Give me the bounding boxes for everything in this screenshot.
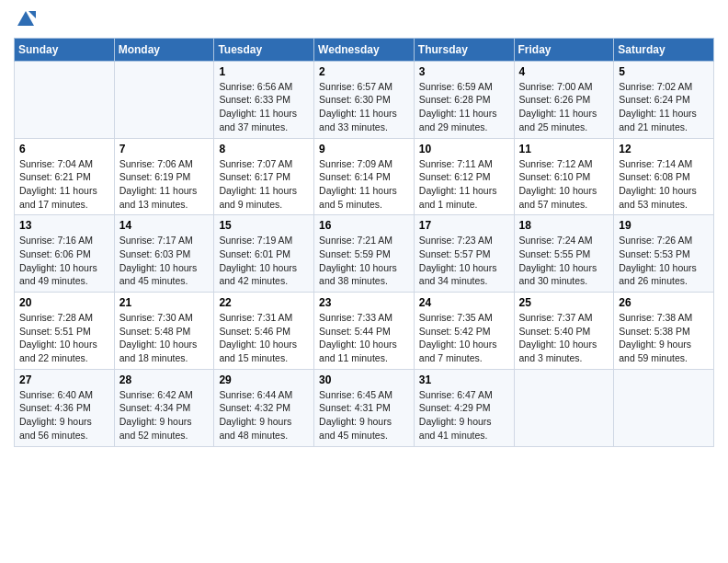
day-number: 26 <box>619 296 709 309</box>
calendar-week-row: 6Sunrise: 7:04 AM Sunset: 6:21 PM Daylig… <box>15 138 714 215</box>
day-number: 2 <box>319 65 409 78</box>
calendar-cell: 30Sunrise: 6:45 AM Sunset: 4:31 PM Dayli… <box>314 369 415 446</box>
day-number: 24 <box>419 296 509 309</box>
day-detail: Sunrise: 7:28 AM Sunset: 5:51 PM Dayligh… <box>19 311 109 365</box>
day-number: 31 <box>419 373 509 386</box>
calendar-cell: 22Sunrise: 7:31 AM Sunset: 5:46 PM Dayli… <box>214 293 314 370</box>
day-of-week-header: Tuesday <box>214 38 314 61</box>
day-number: 4 <box>519 65 609 78</box>
calendar-cell: 3Sunrise: 6:59 AM Sunset: 6:28 PM Daylig… <box>414 61 514 138</box>
day-number: 30 <box>319 373 409 386</box>
day-number: 9 <box>319 143 409 155</box>
day-number: 11 <box>519 143 609 155</box>
day-detail: Sunrise: 7:00 AM Sunset: 6:26 PM Dayligh… <box>519 80 609 134</box>
header <box>14 9 714 34</box>
day-number: 17 <box>419 219 509 232</box>
day-detail: Sunrise: 7:09 AM Sunset: 6:14 PM Dayligh… <box>319 157 409 212</box>
day-detail: Sunrise: 6:59 AM Sunset: 6:28 PM Dayligh… <box>419 80 509 134</box>
day-detail: Sunrise: 7:16 AM Sunset: 6:06 PM Dayligh… <box>19 234 109 288</box>
calendar-cell: 18Sunrise: 7:24 AM Sunset: 5:55 PM Dayli… <box>514 215 614 293</box>
calendar-cell: 6Sunrise: 7:04 AM Sunset: 6:21 PM Daylig… <box>15 138 115 215</box>
day-detail: Sunrise: 7:02 AM Sunset: 6:24 PM Dayligh… <box>619 80 709 134</box>
day-detail: Sunrise: 6:56 AM Sunset: 6:33 PM Dayligh… <box>219 80 309 134</box>
day-detail: Sunrise: 7:17 AM Sunset: 6:03 PM Dayligh… <box>119 234 210 288</box>
day-detail: Sunrise: 7:04 AM Sunset: 6:21 PM Dayligh… <box>19 157 109 212</box>
day-detail: Sunrise: 7:38 AM Sunset: 5:38 PM Dayligh… <box>619 311 709 365</box>
day-detail: Sunrise: 6:45 AM Sunset: 4:31 PM Dayligh… <box>319 388 409 442</box>
day-detail: Sunrise: 6:42 AM Sunset: 4:34 PM Dayligh… <box>119 388 210 442</box>
calendar-body: 1Sunrise: 6:56 AM Sunset: 6:33 PM Daylig… <box>15 61 714 446</box>
day-number: 22 <box>219 296 309 309</box>
day-number: 16 <box>319 219 409 232</box>
day-of-week-header: Thursday <box>414 38 514 61</box>
calendar-cell: 8Sunrise: 7:07 AM Sunset: 6:17 PM Daylig… <box>214 138 314 215</box>
calendar-cell: 11Sunrise: 7:12 AM Sunset: 6:10 PM Dayli… <box>514 138 614 215</box>
calendar-cell <box>114 61 214 138</box>
day-number: 3 <box>419 65 509 78</box>
calendar-cell: 24Sunrise: 7:35 AM Sunset: 5:42 PM Dayli… <box>414 293 514 370</box>
day-number: 6 <box>19 143 109 155</box>
day-number: 29 <box>219 373 309 386</box>
calendar-cell: 29Sunrise: 6:44 AM Sunset: 4:32 PM Dayli… <box>214 369 314 446</box>
day-detail: Sunrise: 6:47 AM Sunset: 4:29 PM Dayligh… <box>419 388 509 442</box>
day-number: 19 <box>619 219 709 232</box>
day-number: 23 <box>319 296 409 309</box>
day-detail: Sunrise: 6:40 AM Sunset: 4:36 PM Dayligh… <box>19 388 109 442</box>
calendar-cell: 13Sunrise: 7:16 AM Sunset: 6:06 PM Dayli… <box>15 215 115 293</box>
day-detail: Sunrise: 7:07 AM Sunset: 6:17 PM Dayligh… <box>219 157 309 212</box>
calendar-cell: 1Sunrise: 6:56 AM Sunset: 6:33 PM Daylig… <box>214 61 314 138</box>
calendar-cell: 16Sunrise: 7:21 AM Sunset: 5:59 PM Dayli… <box>314 215 415 293</box>
day-number: 25 <box>519 296 609 309</box>
calendar-cell: 23Sunrise: 7:33 AM Sunset: 5:44 PM Dayli… <box>314 293 415 370</box>
calendar-cell <box>514 369 614 446</box>
day-detail: Sunrise: 7:35 AM Sunset: 5:42 PM Dayligh… <box>419 311 509 365</box>
day-number: 27 <box>19 373 109 386</box>
day-detail: Sunrise: 7:14 AM Sunset: 6:08 PM Dayligh… <box>619 157 709 212</box>
day-detail: Sunrise: 7:24 AM Sunset: 5:55 PM Dayligh… <box>519 234 609 288</box>
calendar-cell: 21Sunrise: 7:30 AM Sunset: 5:48 PM Dayli… <box>114 293 214 370</box>
day-number: 7 <box>119 143 210 155</box>
calendar-cell: 5Sunrise: 7:02 AM Sunset: 6:24 PM Daylig… <box>614 61 714 138</box>
calendar-cell: 12Sunrise: 7:14 AM Sunset: 6:08 PM Dayli… <box>614 138 714 215</box>
calendar-cell: 7Sunrise: 7:06 AM Sunset: 6:19 PM Daylig… <box>114 138 214 215</box>
day-of-week-header: Saturday <box>614 38 714 61</box>
calendar-week-row: 13Sunrise: 7:16 AM Sunset: 6:06 PM Dayli… <box>15 215 714 293</box>
day-detail: Sunrise: 7:33 AM Sunset: 5:44 PM Dayligh… <box>319 311 409 365</box>
day-number: 5 <box>619 65 709 78</box>
day-detail: Sunrise: 7:23 AM Sunset: 5:57 PM Dayligh… <box>419 234 509 288</box>
day-detail: Sunrise: 6:57 AM Sunset: 6:30 PM Dayligh… <box>319 80 409 134</box>
day-of-week-header: Friday <box>514 38 614 61</box>
calendar-week-row: 27Sunrise: 6:40 AM Sunset: 4:36 PM Dayli… <box>15 369 714 446</box>
day-number: 12 <box>619 143 709 155</box>
day-detail: Sunrise: 7:30 AM Sunset: 5:48 PM Dayligh… <box>119 311 210 365</box>
calendar-header-row: SundayMondayTuesdayWednesdayThursdayFrid… <box>15 38 714 61</box>
day-detail: Sunrise: 7:37 AM Sunset: 5:40 PM Dayligh… <box>519 311 609 365</box>
day-detail: Sunrise: 7:21 AM Sunset: 5:59 PM Dayligh… <box>319 234 409 288</box>
day-number: 15 <box>219 219 309 232</box>
calendar-cell: 2Sunrise: 6:57 AM Sunset: 6:30 PM Daylig… <box>314 61 415 138</box>
day-number: 21 <box>119 296 210 309</box>
calendar-cell: 26Sunrise: 7:38 AM Sunset: 5:38 PM Dayli… <box>614 293 714 370</box>
day-number: 18 <box>519 219 609 232</box>
day-number: 1 <box>219 65 309 78</box>
day-detail: Sunrise: 7:12 AM Sunset: 6:10 PM Dayligh… <box>519 157 609 212</box>
day-number: 13 <box>19 219 109 232</box>
day-of-week-header: Wednesday <box>314 38 415 61</box>
day-of-week-header: Sunday <box>15 38 115 61</box>
day-number: 8 <box>219 143 309 155</box>
calendar-cell: 17Sunrise: 7:23 AM Sunset: 5:57 PM Dayli… <box>414 215 514 293</box>
day-number: 14 <box>119 219 210 232</box>
day-detail: Sunrise: 6:44 AM Sunset: 4:32 PM Dayligh… <box>219 388 309 442</box>
calendar-table: SundayMondayTuesdayWednesdayThursdayFrid… <box>14 38 714 447</box>
calendar-cell: 31Sunrise: 6:47 AM Sunset: 4:29 PM Dayli… <box>414 369 514 446</box>
day-number: 28 <box>119 373 210 386</box>
day-detail: Sunrise: 7:11 AM Sunset: 6:12 PM Dayligh… <box>419 157 509 212</box>
calendar-cell: 28Sunrise: 6:42 AM Sunset: 4:34 PM Dayli… <box>114 369 214 446</box>
calendar-cell: 10Sunrise: 7:11 AM Sunset: 6:12 PM Dayli… <box>414 138 514 215</box>
svg-marker-1 <box>28 11 36 18</box>
calendar-cell <box>15 61 115 138</box>
calendar-cell <box>614 369 714 446</box>
calendar-cell: 20Sunrise: 7:28 AM Sunset: 5:51 PM Dayli… <box>15 293 115 370</box>
day-number: 10 <box>419 143 509 155</box>
day-detail: Sunrise: 7:19 AM Sunset: 6:01 PM Dayligh… <box>219 234 309 288</box>
